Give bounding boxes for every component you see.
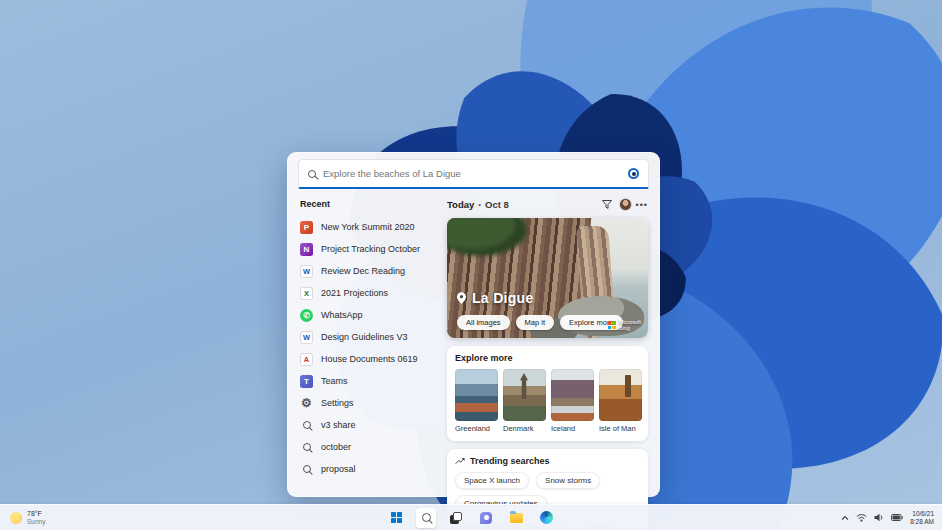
tile-label: Greenland bbox=[455, 424, 498, 433]
trending-arrow-icon bbox=[455, 457, 465, 465]
search-icon bbox=[300, 463, 313, 476]
file-explorer-icon[interactable] bbox=[506, 508, 526, 528]
filter-funnel-icon[interactable] bbox=[599, 198, 615, 212]
recent-item-label: WhatsApp bbox=[321, 310, 363, 320]
settings-gear-icon: ⚙ bbox=[300, 397, 313, 410]
taskbar-clock[interactable]: 10/6/21 8:28 AM bbox=[910, 510, 934, 525]
weather-condition: Sunny bbox=[27, 518, 45, 525]
recent-item[interactable]: october bbox=[299, 436, 439, 458]
desktop: { "search_panel": { "search": { "placeho… bbox=[0, 0, 942, 530]
today-date: Oct 8 bbox=[485, 199, 509, 210]
speaker-icon[interactable] bbox=[874, 513, 884, 522]
taskbar-search-icon[interactable] bbox=[416, 508, 436, 528]
battery-icon[interactable] bbox=[891, 514, 903, 521]
recent-item[interactable]: N Project Tracking October bbox=[299, 238, 439, 260]
recent-item[interactable]: v3 share bbox=[299, 414, 439, 436]
recent-item[interactable]: X 2021 Projections bbox=[299, 282, 439, 304]
trending-header: Trending searches bbox=[455, 456, 640, 466]
search-icon bbox=[308, 170, 316, 178]
recent-item-label: Design Guidelines V3 bbox=[321, 332, 408, 342]
search-bar[interactable] bbox=[298, 159, 649, 189]
excel-icon: X bbox=[300, 287, 313, 300]
user-avatar[interactable] bbox=[619, 198, 632, 211]
recent-item[interactable]: ✆ WhatsApp bbox=[299, 304, 439, 326]
explore-tile-greenland[interactable]: Greenland bbox=[455, 369, 498, 433]
iceland-thumbnail bbox=[551, 369, 594, 421]
recent-item-label: 2021 Projections bbox=[321, 288, 388, 298]
location-pin-icon bbox=[457, 292, 466, 304]
isle-of-man-thumbnail bbox=[599, 369, 642, 421]
recent-item-label: v3 share bbox=[321, 420, 356, 430]
recent-item[interactable]: A House Documents 0619 bbox=[299, 348, 439, 370]
tile-label: Isle of Man bbox=[599, 424, 642, 433]
teams-icon: T bbox=[300, 375, 313, 388]
word-icon: W bbox=[300, 331, 313, 344]
visual-search-icon[interactable] bbox=[628, 168, 639, 179]
hero-buttons: All images Map it Explore more bbox=[457, 315, 623, 330]
recent-item[interactable]: W Design Guidelines V3 bbox=[299, 326, 439, 348]
recent-section: Recent P New York Summit 2020 N Project … bbox=[299, 196, 439, 530]
clock-time: 8:28 AM bbox=[910, 518, 934, 526]
denmark-thumbnail bbox=[503, 369, 546, 421]
taskbar-center-icons bbox=[386, 505, 556, 530]
search-icon bbox=[300, 419, 313, 432]
recent-item-label: New York Summit 2020 bbox=[321, 222, 415, 232]
recent-item[interactable]: W Review Dec Reading bbox=[299, 260, 439, 282]
taskbar: 78°F Sunny 10/6/21 8:28 AM bbox=[0, 504, 942, 530]
word-icon: W bbox=[300, 265, 313, 278]
hero-image-card[interactable]: La Digue All images Map it Explore more … bbox=[447, 218, 648, 338]
chat-icon[interactable] bbox=[476, 508, 496, 528]
edge-icon[interactable] bbox=[536, 508, 556, 528]
explore-tile-isle-of-man[interactable]: Isle of Man bbox=[599, 369, 642, 433]
map-it-button[interactable]: Map it bbox=[516, 315, 554, 330]
greenland-thumbnail bbox=[455, 369, 498, 421]
all-images-button[interactable]: All images bbox=[457, 315, 510, 330]
trending-pill[interactable]: Snow storms bbox=[536, 472, 600, 489]
recent-item-label: proposal bbox=[321, 464, 356, 474]
recent-item-label: Review Dec Reading bbox=[321, 266, 405, 276]
whatsapp-icon: ✆ bbox=[300, 309, 313, 322]
windows-start-icon[interactable] bbox=[386, 508, 406, 528]
panel-body: Recent P New York Summit 2020 N Project … bbox=[288, 189, 659, 530]
bing-wordmark: Microsoft Bing bbox=[619, 319, 641, 331]
sun-icon bbox=[10, 512, 22, 524]
powerpoint-icon: P bbox=[300, 221, 313, 234]
pdf-icon: A bbox=[300, 353, 313, 366]
explore-more-title: Explore more bbox=[455, 353, 640, 363]
recent-item-label: october bbox=[321, 442, 351, 452]
more-options-icon[interactable]: ••• bbox=[636, 200, 648, 210]
recent-item-label: Teams bbox=[321, 376, 348, 386]
weather-text: 78°F Sunny bbox=[27, 510, 45, 525]
today-label: Today bbox=[447, 199, 474, 210]
onenote-icon: N bbox=[300, 243, 313, 256]
tile-label: Iceland bbox=[551, 424, 594, 433]
trending-title: Trending searches bbox=[470, 456, 550, 466]
microsoft-logo-icon bbox=[608, 321, 616, 329]
recent-item[interactable]: P New York Summit 2020 bbox=[299, 216, 439, 238]
recent-header: Recent bbox=[299, 196, 439, 216]
search-icon bbox=[300, 441, 313, 454]
hero-location-name: La Digue bbox=[472, 290, 534, 306]
separator-dot: • bbox=[478, 200, 481, 209]
today-header: Today • Oct 8 ••• bbox=[447, 196, 648, 213]
explore-tile-iceland[interactable]: Iceland bbox=[551, 369, 594, 433]
recent-item[interactable]: proposal bbox=[299, 458, 439, 480]
tile-label: Denmark bbox=[503, 424, 546, 433]
chevron-up-icon[interactable] bbox=[841, 515, 849, 521]
recent-item-label: House Documents 0619 bbox=[321, 354, 418, 364]
search-input[interactable] bbox=[323, 168, 621, 179]
explore-tile-denmark[interactable]: Denmark bbox=[503, 369, 546, 433]
weather-widget[interactable]: 78°F Sunny bbox=[10, 510, 45, 525]
explore-tiles: Greenland Denmark Iceland Isle of Man bbox=[455, 369, 640, 433]
recent-item-label: Project Tracking October bbox=[321, 244, 420, 254]
hero-location: La Digue bbox=[457, 290, 534, 306]
trending-pill[interactable]: Space X launch bbox=[455, 472, 529, 489]
recent-item[interactable]: T Teams bbox=[299, 370, 439, 392]
system-tray: 10/6/21 8:28 AM bbox=[841, 510, 934, 525]
recent-item[interactable]: ⚙ Settings bbox=[299, 392, 439, 414]
wifi-icon[interactable] bbox=[856, 513, 867, 522]
explore-more-card: Explore more Greenland Denmark Iceland bbox=[447, 346, 648, 441]
daily-highlight-section: Today • Oct 8 ••• La Digue bbox=[447, 196, 648, 530]
clock-date: 10/6/21 bbox=[910, 510, 934, 518]
task-view-icon[interactable] bbox=[446, 508, 466, 528]
